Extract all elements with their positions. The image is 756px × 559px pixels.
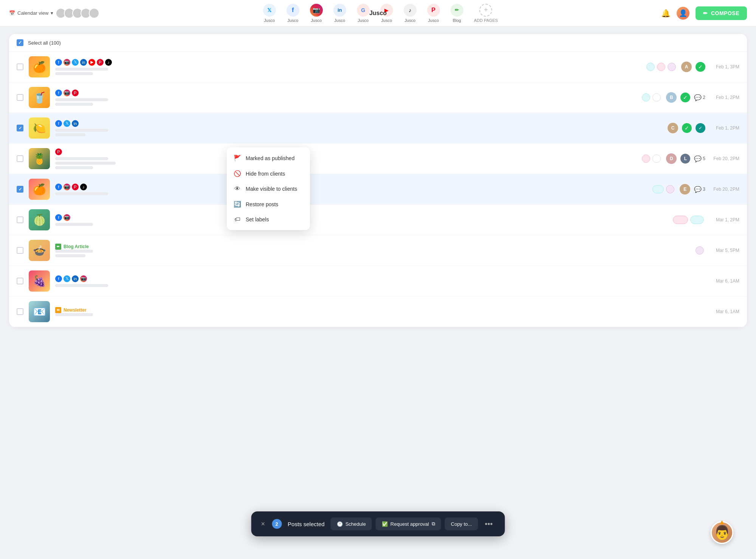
assigned-user-avatar: A [681,62,692,72]
post-checkbox[interactable] [17,94,23,101]
approval-icon: ✅ [382,521,388,527]
tag[interactable] [642,93,650,102]
social-item-blog[interactable]: ✏ Blog [451,4,463,23]
text-line [55,313,93,316]
request-approval-button[interactable]: ✅ Request approval ⧉ [376,517,441,530]
google-label: Jusco [358,18,369,23]
instagram-platform-icon: 📷 [64,214,70,221]
tag[interactable] [657,63,665,71]
post-checkbox[interactable] [17,186,23,193]
social-item-linkedin[interactable]: in Jusco [333,4,346,23]
post-thumbnail: 🍈 [29,209,50,230]
post-checkbox[interactable] [17,155,23,162]
user-avatar-bottom[interactable]: ▲ 👨 [711,521,733,544]
menu-item-label: Restore posts [246,201,278,207]
table-row: 🍍 P D L 💬 5 [9,144,747,174]
app-title: Jusco [369,10,387,17]
tag[interactable] [652,93,661,102]
post-time: Mar 6, 1AM [709,278,739,284]
social-item-instagram[interactable]: 📷 Jusco [310,4,323,23]
tag[interactable] [668,63,676,71]
flag-icon: 🚩 [234,154,241,162]
tags [646,63,676,71]
text-line [55,68,108,71]
close-selection-button[interactable]: × [260,519,266,529]
tag[interactable] [642,154,650,163]
restore-icon: 🔄 [234,201,241,208]
social-item-tiktok[interactable]: ♪ Jusco [404,4,417,23]
text-line [55,192,108,195]
comment-count: 3 [703,187,705,192]
assigned-user-avatar: C [668,123,678,133]
add-pages-button[interactable]: + ADD PAGES [474,4,498,23]
menu-item-mark-published[interactable]: 🚩 Marked as published [227,150,310,166]
bar-actions: 🕐 Schedule ✅ Request approval ⧉ Copy to.… [331,517,496,530]
user-avatar[interactable]: 👤 [677,7,689,20]
secondary-status-badge: ✓ [696,123,705,133]
compose-icon: ✏ [703,10,708,16]
compose-button[interactable]: ✏ COMPOSE [696,6,747,20]
post-info: f 📷 [55,214,664,226]
avatar-group [58,8,99,19]
menu-item-set-labels[interactable]: 🏷 Set labels [227,212,310,227]
menu-item-restore[interactable]: 🔄 Restore posts [227,196,310,212]
menu-item-visible-clients[interactable]: 👁 Make visible to clients [227,181,310,196]
post-time: Mar 6, 1AM [709,309,739,314]
more-options-button[interactable]: ••• [482,517,496,530]
row-right: D L 💬 5 Feb 20, 2PM [666,153,739,164]
social-item-google[interactable]: G Jusco [357,4,370,23]
main-content: Select all (100) 🍊 f 📷 𝕏 in ▶ P ♪ [0,26,756,335]
tag[interactable] [696,246,704,255]
instagram-platform-icon: 📷 [64,59,70,66]
tag[interactable] [652,185,664,193]
google-icon: G [357,4,370,17]
post-checkbox[interactable] [17,247,23,254]
social-item-twitter[interactable]: 𝕏 Jusco [263,4,276,23]
tags [642,154,661,163]
compose-label: COMPOSE [711,10,739,16]
blog-label: Blog [453,18,461,23]
select-all-label: Select all (100) [28,40,61,46]
twitter-icon: 𝕏 [263,4,276,17]
posts-card: Select all (100) 🍊 f 📷 𝕏 in ▶ P ♪ [9,34,747,327]
tag[interactable] [690,216,704,224]
tag[interactable] [666,185,674,193]
text-line [55,103,93,106]
youtube-label: Jusco [381,18,392,23]
post-thumbnail: 📧 [29,301,50,322]
tag[interactable] [673,216,688,224]
status-badge: L [680,154,690,164]
post-checkbox[interactable] [17,308,23,315]
post-type-label: ✉ Newsletter [55,307,695,313]
linkedin-platform-icon: in [72,275,79,282]
tags [696,246,704,255]
tiktok-icon: ♪ [404,4,417,17]
schedule-button[interactable]: 🕐 Schedule [331,517,372,530]
tag[interactable] [652,154,661,163]
menu-item-hide-clients[interactable]: 🚫 Hide from clients [227,166,310,181]
post-checkbox[interactable] [17,216,23,223]
tag[interactable] [646,63,655,71]
post-time: Mar 1, 2PM [709,217,739,222]
notification-bell-icon[interactable]: 🔔 [661,9,671,18]
assigned-user-avatar: E [680,184,690,195]
post-checkbox[interactable] [17,125,23,131]
add-icon: + [479,4,492,17]
platform-icons: P [55,148,633,155]
post-info: f 📷 P [55,90,633,106]
copy-to-button[interactable]: Copy to... [445,517,478,530]
text-line [55,162,116,165]
social-item-facebook[interactable]: f Jusco [287,4,299,23]
post-checkbox[interactable] [17,278,23,284]
newsletter-type-icon: ✉ [55,307,61,313]
table-row: 🍇 f 𝕏 in 📷 Mar 6, 1AM [9,266,747,296]
instagram-platform-icon: 📷 [80,275,87,282]
comment-icon: 💬 [694,94,702,101]
post-checkbox[interactable] [17,63,23,70]
row-right: Mar 1, 2PM [709,217,739,222]
select-all-checkbox[interactable] [17,39,23,46]
calendar-view-button[interactable]: 📅 Calendar view ▾ [9,10,53,16]
platform-icons: f 📷 [55,214,664,221]
social-item-pinterest[interactable]: P Jusco [427,4,440,23]
text-line [55,98,108,101]
